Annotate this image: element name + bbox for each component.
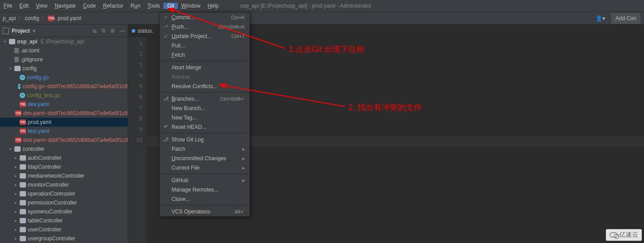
submenu-arrow-icon: ▸ <box>242 165 245 171</box>
expand-toggle-icon[interactable]: ▾ <box>3 39 7 44</box>
git-menu-item[interactable]: GitHub▸ <box>160 175 249 185</box>
tree-row[interactable]: ▸monitorController <box>0 180 128 189</box>
menu-item-label: Push... <box>172 24 188 30</box>
menu-window[interactable]: Window <box>178 3 204 9</box>
tree-row[interactable]: ▸usergroupController <box>0 234 128 243</box>
git-menu-item[interactable]: ↗Push...Ctrl+Shift+K <box>160 22 249 31</box>
expand-toggle-icon[interactable]: ▸ <box>13 183 18 187</box>
git-menu-item[interactable]: VCS OperationsAlt+` <box>160 207 249 216</box>
menu-run[interactable]: Run <box>127 3 144 9</box>
tree-row[interactable]: YMLdev.yaml <box>0 100 128 109</box>
expand-toggle-icon[interactable]: ▸ <box>13 156 18 160</box>
git-menu-item[interactable]: ⎇Branches...Ctrl+Shift+` <box>160 94 249 103</box>
tree-row[interactable]: ▾config <box>0 64 128 73</box>
tree-label: permissionController <box>28 200 77 206</box>
menu-item-label: Fetch <box>172 52 185 58</box>
menu-navigate[interactable]: Navigate <box>51 3 79 9</box>
tree-row[interactable]: ▾osp_api E:\Project\osp_api <box>0 37 128 46</box>
tree-row[interactable]: ▸authController <box>0 153 128 162</box>
git-menu-item[interactable]: Manage Remotes... <box>160 185 249 194</box>
git-menu-item[interactable]: ↙Update Project...Ctrl+T <box>160 31 249 41</box>
expand-toggle-icon[interactable]: ▾ <box>8 147 13 151</box>
tree-label: tableController <box>28 217 63 224</box>
git-menu-item[interactable]: Uncommitted Changes▸ <box>160 153 249 163</box>
tree-row[interactable]: ▾controller <box>0 145 128 153</box>
menu-help[interactable]: Help <box>204 3 222 9</box>
expand-toggle-icon[interactable]: ▸ <box>13 218 18 223</box>
git-menu-item[interactable]: Current File▸ <box>160 163 249 172</box>
tree-label: authController <box>28 155 61 161</box>
tree-row[interactable]: ▸ldapController <box>0 162 128 171</box>
git-menu-item[interactable]: Patch▸ <box>160 144 249 153</box>
tree-row[interactable]: ▸userController <box>0 225 128 234</box>
menu-tools[interactable]: Tools <box>144 3 163 9</box>
tree-row[interactable]: Gconfig_test.go <box>0 91 128 100</box>
git-menu-item[interactable]: Abort Merge <box>160 63 249 72</box>
package-icon <box>20 200 26 205</box>
add-configuration-button[interactable]: Add Con <box>611 13 640 24</box>
breadcrumb-seg[interactable]: p_api <box>3 15 16 21</box>
tree-row[interactable]: ▸permissionController <box>0 198 128 207</box>
breadcrumb-seg[interactable]: YML prod.yaml <box>48 15 81 21</box>
expand-toggle-icon[interactable]: ▾ <box>8 66 13 71</box>
menu-separator <box>160 133 249 133</box>
expand-toggle-icon[interactable]: ▸ <box>13 200 18 205</box>
line-number: 2 <box>128 49 142 60</box>
git-menu-item[interactable]: New Branch... <box>160 103 249 113</box>
line-number: 6 <box>128 92 142 102</box>
expand-icon[interactable]: ⇆ <box>92 28 97 34</box>
tree-row[interactable]: ▸operationControoler <box>0 189 128 198</box>
menu-file[interactable]: File <box>0 3 16 9</box>
menu-item-label: Manage Remotes... <box>172 187 219 193</box>
project-label[interactable]: Project <box>12 28 30 34</box>
expand-toggle-icon[interactable]: ▸ <box>13 209 18 214</box>
menu-refactor[interactable]: Refactor <box>99 3 127 9</box>
tree-row[interactable]: YMLtest.yaml <box>0 127 128 136</box>
tree-label: config <box>22 65 37 72</box>
menu-item-label: Show Git Log <box>172 136 204 143</box>
tree-row[interactable]: YMLprod.yaml <box>0 118 128 127</box>
tree-row[interactable]: .air.toml <box>0 46 128 55</box>
expand-toggle-icon[interactable]: ▸ <box>13 192 18 196</box>
git-menu-item[interactable]: Resolve Conflicts... <box>160 81 249 91</box>
expand-toggle-icon[interactable]: ▸ <box>13 165 18 169</box>
tree-row[interactable]: .gitignore <box>0 55 128 64</box>
collapse-icon[interactable]: ⇅ <box>101 28 106 34</box>
menu-git[interactable]: Git <box>163 3 177 9</box>
git-menu-item[interactable]: ↶Reset HEAD... <box>160 122 249 132</box>
tree-label: osp_api <box>17 38 37 45</box>
user-dropdown-icon[interactable]: 👤▾ <box>593 15 608 21</box>
git-menu-item[interactable]: New Tag... <box>160 113 249 122</box>
menu-separator <box>160 92 249 93</box>
git-menu-item[interactable]: ✓Commit...Ctrl+K <box>160 13 249 22</box>
tree-row[interactable]: ▸tableController <box>0 216 128 225</box>
folder-icon <box>9 39 15 44</box>
tree-row[interactable]: ▸medianetworkController <box>0 171 128 180</box>
tree-row[interactable]: YMLtest.yaml~dddf7ec9652d66ba07a4e6a5f1c… <box>0 136 128 145</box>
gear-icon[interactable]: ⚙ <box>110 28 115 34</box>
chevron-down-icon[interactable]: ▾ <box>33 28 35 34</box>
menu-view[interactable]: View <box>32 3 51 9</box>
git-menu-item[interactable]: Fetch <box>160 50 249 60</box>
expand-toggle-icon[interactable]: ▸ <box>13 174 18 178</box>
breadcrumb-seg[interactable]: config <box>25 15 39 21</box>
menu-code[interactable]: Code <box>79 3 99 9</box>
yml-icon: YML <box>48 16 54 21</box>
menu-item-icon: ✓ <box>163 14 169 20</box>
tree-label: sysmenuController <box>28 209 73 215</box>
tree-row[interactable]: ▸sysmenuController <box>0 207 128 216</box>
git-menu-item[interactable]: Clone... <box>160 194 249 204</box>
expand-toggle-icon[interactable]: ▸ <box>13 236 18 241</box>
editor-tab[interactable]: status. <box>128 25 157 37</box>
git-menu-item[interactable]: Pull... <box>160 41 249 50</box>
menu-edit[interactable]: Edit <box>16 3 32 9</box>
tree-row[interactable]: Gconfig.go <box>0 73 128 82</box>
project-tree[interactable]: ▾osp_api E:\Project\osp_api.air.toml.git… <box>0 37 128 243</box>
minimize-icon[interactable]: — <box>120 28 125 34</box>
git-menu-item[interactable]: ⎇Show Git Log <box>160 135 249 144</box>
breadcrumb-bar: p_api 〉 config 〉 YML prod.yaml 👤▾ Add Co… <box>0 12 644 25</box>
expand-toggle-icon[interactable]: ▸ <box>13 227 18 232</box>
tree-row[interactable]: Gconfig.go~dddf7ec9652d66ba07a4e6a5f1c8 <box>0 82 128 91</box>
tree-row[interactable]: YMLdev.yaml~dddf7ec9652d66ba07a4e6a5f1c8 <box>0 109 128 118</box>
package-icon <box>20 218 26 223</box>
